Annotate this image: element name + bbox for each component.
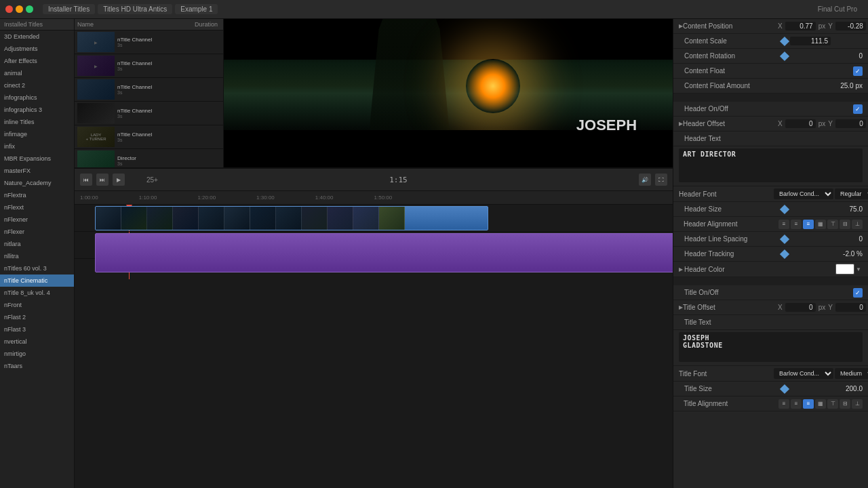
header-tracking-diamond[interactable] [780,249,789,258]
content-scale-input[interactable] [790,37,831,45]
sidebar-item-nllitra[interactable]: nllitra [0,250,74,262]
sidebar-item-mbr[interactable]: MBR Expansions [0,152,74,165]
sidebar-item-nflast3[interactable]: nFlast 3 [0,323,74,336]
header-offset-row: ▶ Header Offset X px Y px [673,117,868,131]
content-scale-row: Content Scale [673,34,868,49]
media-row[interactable]: ▶ nTitle Channel 3s [75,30,223,54]
sidebar-item-nflexer[interactable]: nFlexer [0,226,74,238]
header-offset-y-input[interactable] [835,119,866,128]
title-align-center-btn[interactable]: ≡ [791,399,802,409]
header-size-diamond[interactable] [780,204,789,214]
header-onoff-row: Header On/Off [673,102,868,117]
content-position-x-input[interactable] [785,22,816,30]
traffic-lights [5,5,33,13]
close-button[interactable] [5,5,13,13]
align-center-btn[interactable]: ≡ [791,220,802,229]
media-thumb: LADY+ TURNER [77,127,115,147]
content-float-label: Content Float [684,67,779,75]
header-onoff-checkbox[interactable] [853,104,863,114]
header-font-style-select[interactable]: Regular Medium Bold [835,188,868,199]
title-align-justify-btn[interactable]: ≡ [803,399,814,409]
title-offset-y-input[interactable] [835,303,866,312]
header-color-dropdown-btn[interactable]: ▼ [854,265,863,273]
sidebar-item-ntitle-cinematic[interactable]: nTitle Cinematic [0,274,74,287]
media-row[interactable]: nTitle Channel 3s [75,102,223,125]
title-font-select[interactable]: Barlow Cond... [774,368,833,379]
transport-vol-btn[interactable]: 🔊 [639,174,651,186]
sidebar-item-infographics3[interactable]: infographics 3 [0,104,74,116]
sidebar-item-masterfx[interactable]: masterFX [0,165,74,177]
sidebar-item-inline[interactable]: inline Titles [0,116,74,128]
media-row[interactable]: ▶ nTitle Channel 3s [75,54,223,78]
sidebar-header: Installed Titles [0,19,74,30]
sidebar-item-nmirtigo[interactable]: nmirtigo [0,348,74,360]
sidebar-item-nature[interactable]: Nature_Academy [0,177,74,189]
timeline-clip-purple[interactable] [95,233,673,272]
title-align-middle-btn[interactable]: ⊟ [840,399,850,409]
sidebar-item-ntitles60[interactable]: nTitles 60 vol. 3 [0,262,74,274]
sidebar-item-nitlara[interactable]: nitlara [0,238,74,250]
align-justify-btn[interactable]: ≡ [803,220,814,229]
align-left-btn[interactable]: ≡ [778,220,789,229]
tab-titles-hd[interactable]: Titles HD Ultra Antics [98,4,172,14]
sidebar-item-nflast2[interactable]: nFlast 2 [0,311,74,323]
title-font-style-select[interactable]: Medium Regular Bold [835,368,868,379]
sidebar-item-cinect2[interactable]: cinect 2 [0,79,74,92]
header-line-spacing-diamond[interactable] [780,234,789,243]
media-list-header: Name Duration [75,19,223,30]
content-rotation-diamond[interactable] [780,51,789,60]
title-align-left-btn[interactable]: ≡ [778,399,789,409]
title-align-right-btn[interactable]: ▦ [815,399,826,409]
content-position-y-input[interactable] [835,22,866,30]
header-text-input[interactable]: ART DIRECTOR [679,148,863,182]
main-layout: Installed Titles 3D Extended Adjustments… [0,19,868,488]
content-float-checkbox[interactable] [853,66,863,76]
media-row[interactable]: LADY+ TURNER nTitle Channel 3s [75,125,223,149]
sidebar-item-nflexner[interactable]: nFlexner [0,214,74,226]
sidebar-item-animal[interactable]: animal [0,67,74,79]
title-text-label: Title Text [684,319,779,326]
media-row[interactable]: nTitle Channel 3s [75,78,223,102]
tab-example[interactable]: Example 1 [175,4,218,14]
transport-back-btn[interactable]: ⏮ [80,174,92,186]
transport-fwd-btn[interactable]: ⏭ [96,174,108,186]
content-scale-diamond[interactable] [780,36,789,45]
sidebar-item-ae[interactable]: After Effects [0,55,74,67]
align-right-btn[interactable]: ▦ [815,220,826,229]
title-onoff-checkbox[interactable] [853,288,863,298]
header-offset-x-input[interactable] [785,119,816,128]
sidebar-item-nflextra[interactable]: nFlextra [0,189,74,201]
transport-full-btn[interactable]: ⛶ [655,174,667,186]
header-color-arrow[interactable]: ▶ [679,266,684,272]
title-text-input[interactable]: JOSEPH GLADSTONE [679,332,863,362]
media-row[interactable]: Director 3s [75,149,223,167]
sidebar-item-adj[interactable]: Adjustments [0,43,74,55]
title-offset-x-input[interactable] [785,303,816,312]
title-font-row: Title Font Barlow Cond... Medium Regular… [673,366,868,382]
timeline-clip-blue[interactable] [95,206,488,230]
media-thumb: ▶ [77,56,115,76]
minimize-button[interactable] [16,5,23,13]
align-middle-btn[interactable]: ⊟ [840,220,850,229]
header-align-btns: ≡ ≡ ≡ ▦ ⊤ ⊟ ⊥ [778,220,863,229]
sidebar-item-infix[interactable]: infix [0,140,74,152]
sidebar-item-nvertical[interactable]: nvertical [0,336,74,348]
title-align-bottom-btn[interactable]: ⊥ [852,399,863,409]
header-color-swatch[interactable] [835,264,854,274]
title-size-diamond[interactable] [780,384,789,393]
header-font-select[interactable]: Barlow Cond... [774,188,833,199]
title-align-top-btn[interactable]: ⊤ [827,399,838,409]
tab-installer-titles[interactable]: Installer Titles [43,4,95,14]
align-bottom-btn[interactable]: ⊥ [852,220,863,229]
align-top-btn[interactable]: ⊤ [827,220,838,229]
sidebar-item-nfront[interactable]: nFront [0,299,74,311]
sidebar-item-infographics[interactable]: infographics [0,92,74,104]
sidebar-item-infimage[interactable]: infimage [0,128,74,140]
maximize-button[interactable] [26,5,33,13]
transport-play-btn[interactable]: ▶ [113,174,125,186]
sidebar-item-3d[interactable]: 3D Extended [0,30,74,43]
sidebar-item-ntaars[interactable]: nTaars [0,360,74,372]
media-thumb [77,103,115,123]
sidebar-item-ntitle8[interactable]: nTitle 8_uk vol. 4 [0,287,74,299]
sidebar-item-nflexxt[interactable]: nFlexxt [0,201,74,214]
